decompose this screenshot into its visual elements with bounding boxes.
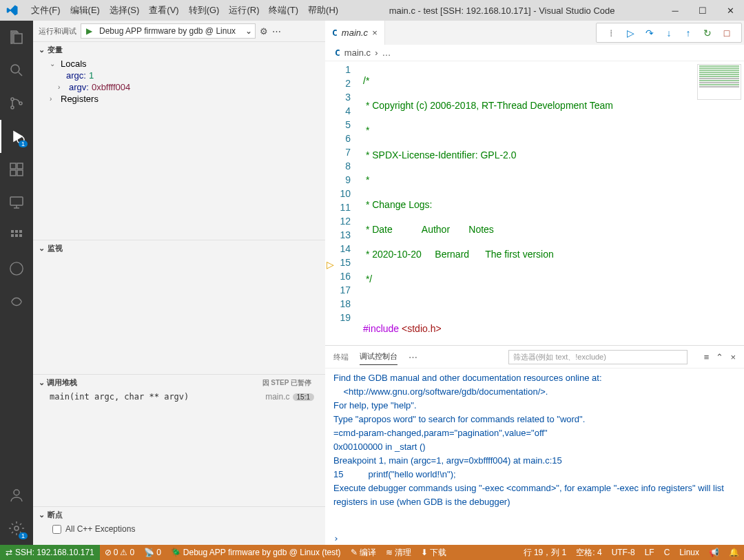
status-cursor[interactable]: 行 19，列 1 <box>519 547 572 559</box>
status-build[interactable]: ✎编译 <box>346 547 381 559</box>
tab-main-c[interactable]: C main.c × <box>325 21 385 45</box>
menu-go[interactable]: 转到(G) <box>185 1 224 19</box>
start-debug-icon[interactable]: ▶ <box>81 26 96 36</box>
step-over-icon[interactable]: ↷ <box>643 28 656 39</box>
breakpoint-all-cpp[interactable]: All C++ Exceptions <box>33 523 325 535</box>
menu-selection[interactable]: 选择(S) <box>105 1 143 19</box>
antenna-icon: 📡 <box>144 548 154 557</box>
clear-icon[interactable]: ≡ <box>704 352 710 362</box>
c-file-icon: C <box>332 28 338 38</box>
console-prompt[interactable]: › <box>325 532 744 545</box>
debug-badge: 1 <box>19 141 28 147</box>
chevron-down-icon: ⌄ <box>50 60 58 68</box>
search-icon[interactable] <box>0 54 33 87</box>
menu-run[interactable]: 运行(R) <box>225 1 263 19</box>
extensions-icon[interactable] <box>0 153 33 186</box>
debug-console-output[interactable]: Find the GDB manual and other documentat… <box>325 369 744 532</box>
account-icon[interactable] <box>0 479 33 512</box>
debug-icon: 🪲 <box>171 548 181 557</box>
run-debug-icon[interactable]: 1 <box>0 120 33 153</box>
source-control-icon[interactable] <box>0 87 33 120</box>
chevron-right-icon: › <box>375 48 378 58</box>
menu-help[interactable]: 帮助(H) <box>304 1 342 19</box>
locals-node[interactable]: ⌄Locals <box>39 58 325 70</box>
stop-icon[interactable]: □ <box>721 28 733 39</box>
callstack-panel-header[interactable]: ⌄ 调用堆栈 因 STEP 已暂停 <box>33 375 325 391</box>
chevron-right-icon: › <box>50 95 58 103</box>
chevron-down-icon: ⌄ <box>39 510 45 519</box>
svg-rect-14 <box>15 234 18 237</box>
menu-edit[interactable]: 编辑(E) <box>66 1 104 19</box>
status-indent[interactable]: 空格: 4 <box>571 547 606 559</box>
step-into-icon[interactable]: ↓ <box>663 28 675 39</box>
minimize-button[interactable]: ─ <box>661 0 689 21</box>
menu-file[interactable]: 文件(F) <box>27 1 65 19</box>
status-lang[interactable]: C <box>659 548 675 557</box>
code-editor[interactable]: 12345 678910 11121314 ▷15 16171819 /* * … <box>325 61 744 345</box>
tab-terminal[interactable]: 终端 <box>333 349 349 365</box>
debug-config-select[interactable]: Debug APP firmware by gdb @ Linux⌄ <box>96 26 255 36</box>
status-download[interactable]: ⬇下载 <box>416 547 451 559</box>
status-eol[interactable]: LF <box>640 548 659 557</box>
settings-icon[interactable]: 1 <box>0 512 33 545</box>
status-encoding[interactable]: UTF-8 <box>607 548 640 557</box>
gear-icon[interactable]: ⚙ <box>260 26 268 37</box>
watch-panel-header[interactable]: ⌄监视 <box>33 240 325 256</box>
registers-node[interactable]: ›Registers <box>39 93 325 105</box>
more-icon[interactable]: ⋯ <box>409 352 417 362</box>
menu-view[interactable]: 查看(V) <box>145 1 183 19</box>
restart-icon[interactable]: ↻ <box>701 28 714 39</box>
feedback-icon[interactable]: 📢 <box>704 548 724 557</box>
debug-toolbar: ⁞ ▷ ↷ ↓ ↑ ↻ □ <box>596 23 742 43</box>
settings-badge: 1 <box>19 532 28 539</box>
bell-icon[interactable]: 🔔 <box>724 548 744 557</box>
error-icon: ⊘ <box>105 548 112 557</box>
remote-icon: ⇄ <box>6 548 12 557</box>
warning-icon: ⚠ <box>120 548 127 557</box>
drag-handle-icon[interactable]: ⁞ <box>605 28 617 39</box>
pause-reason: 因 STEP 已暂停 <box>262 378 320 388</box>
status-ports[interactable]: 📡0 <box>139 548 166 557</box>
status-errors[interactable]: ⊘0 ⚠0 <box>100 548 139 557</box>
status-clean[interactable]: ≋清理 <box>381 547 416 559</box>
bottom-panel: 终端 调试控制台 ⋯ 筛选器(例如 text、!exclude) ≡ ⌃ × F… <box>325 345 744 545</box>
status-debug-config[interactable]: 🪲Debug APP firmware by gdb @ Linux (test… <box>166 548 346 557</box>
svg-point-0 <box>11 65 19 73</box>
close-panel-icon[interactable]: × <box>730 352 736 362</box>
breakpoints-panel-header[interactable]: ⌄断点 <box>33 507 325 523</box>
editor-area: C main.c × ⁞ ▷ ↷ ↓ ↑ ↻ □ C main.c › … 1 <box>325 21 744 545</box>
svg-point-1 <box>11 98 14 101</box>
remote-indicator[interactable]: ⇄SSH: 192.168.10.171 <box>0 545 100 560</box>
menu-terminal[interactable]: 终端(T) <box>265 1 302 19</box>
more-icon[interactable]: ⋯ <box>272 26 281 37</box>
bp-checkbox[interactable] <box>52 525 61 534</box>
chevron-up-icon[interactable]: ⌃ <box>716 352 723 362</box>
remote-explorer-icon[interactable] <box>0 186 33 219</box>
misc-icon[interactable] <box>0 285 33 318</box>
menubar: 文件(F) 编辑(E) 选择(S) 查看(V) 转到(G) 运行(R) 终端(T… <box>24 1 342 19</box>
variable-argc[interactable]: argc: 1 <box>39 70 325 81</box>
variables-panel-header[interactable]: ⌄变量 <box>33 42 325 58</box>
apps-icon[interactable] <box>0 219 33 252</box>
continue-icon[interactable]: ▷ <box>624 28 637 39</box>
variable-argv[interactable]: ›argv: 0xbffff004 <box>39 81 325 93</box>
filter-input[interactable]: 筛选器(例如 text、!exclude) <box>508 350 688 364</box>
tab-debug-console[interactable]: 调试控制台 <box>360 349 397 365</box>
line-gutter: 12345 678910 11121314 ▷15 16171819 <box>325 61 363 345</box>
explorer-icon[interactable] <box>0 21 33 54</box>
github-icon[interactable] <box>0 252 33 285</box>
minimap[interactable] <box>697 64 741 100</box>
chevron-down-icon: ⌄ <box>245 26 252 36</box>
status-os[interactable]: Linux <box>674 548 704 557</box>
breadcrumb[interactable]: C main.c › … <box>325 45 744 61</box>
chevron-down-icon: ⌄ <box>39 244 45 253</box>
close-icon[interactable]: × <box>372 28 378 38</box>
step-out-icon[interactable]: ↑ <box>682 28 694 39</box>
wrench-icon: ✎ <box>351 548 358 557</box>
debug-config-combo[interactable]: ▶ Debug APP firmware by gdb @ Linux⌄ <box>81 23 256 39</box>
run-debug-label: 运行和调试 <box>39 26 76 37</box>
stack-frame[interactable]: main(int argc, char ** argv) main.c15:1 <box>33 391 325 403</box>
close-button[interactable]: ✕ <box>716 0 744 21</box>
maximize-button[interactable]: ☐ <box>689 0 716 21</box>
code-content[interactable]: /* * Copyright (c) 2006-2018, RT-Thread … <box>363 61 744 345</box>
